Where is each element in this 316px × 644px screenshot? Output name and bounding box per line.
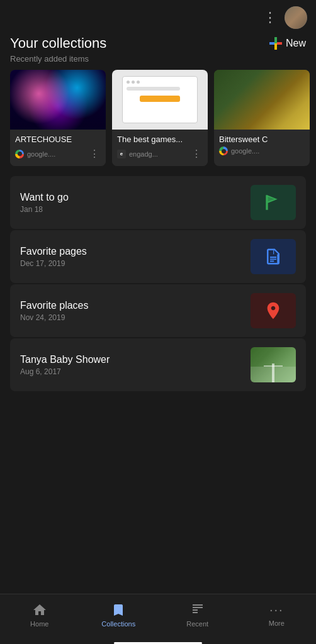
collection-name-pages: Favorite pages — [20, 246, 87, 257]
card-image-artechouse — [10, 70, 106, 130]
card-source-games: e engadg... — [117, 150, 158, 158]
collection-want-to-go[interactable]: Want to go Jan 18 — [10, 176, 306, 229]
overflow-menu-button[interactable]: ⋮ — [263, 9, 278, 26]
card-source-artechouse: google.... — [15, 150, 55, 158]
collections-icon — [111, 602, 126, 618]
collection-tanya-baby-shower[interactable]: Tanya Baby Shower Aug 6, 2017 — [10, 338, 306, 391]
collection-list: Want to go Jan 18 Favorite pages Dec 17,… — [0, 176, 316, 391]
home-icon — [32, 602, 47, 618]
collection-thumb-places — [251, 293, 296, 328]
plus-icon — [269, 37, 282, 50]
recent-icon — [190, 602, 205, 618]
card-best-games[interactable]: The best games... e engadg... ⋮ — [112, 70, 208, 166]
card-bittersweet[interactable]: Bittersweet C google.... — [214, 70, 310, 166]
collection-info-want: Want to go Jan 18 — [20, 192, 69, 214]
card-image-bittersweet — [214, 70, 310, 130]
subtitle: Recently added items — [0, 53, 316, 70]
collection-name-places: Favorite places — [20, 300, 89, 311]
browser-mock — [122, 76, 198, 123]
pages-icon — [264, 247, 283, 266]
card-source-bittersweet: google.... — [219, 147, 259, 155]
nav-more-label: More — [269, 619, 285, 627]
collection-name-want: Want to go — [20, 192, 69, 203]
card-artechouse[interactable]: ARTECHOUSE google.... ⋮ — [10, 70, 106, 166]
collection-date-places: Nov 24, 2019 — [20, 313, 89, 322]
collection-date-pages: Dec 17, 2019 — [20, 259, 87, 268]
collection-thumb-want — [251, 185, 296, 220]
card-image-games — [112, 70, 208, 130]
avatar[interactable] — [285, 6, 307, 29]
nav-recent-label: Recent — [186, 620, 208, 628]
nav-collections[interactable]: Collections — [79, 602, 159, 628]
title-section: Your collections New — [0, 33, 316, 53]
page-title: Your collections — [10, 35, 106, 52]
flag-icon — [263, 192, 283, 213]
collection-info-places: Favorite places Nov 24, 2019 — [20, 300, 89, 322]
nav-more[interactable]: ··· More — [237, 602, 317, 627]
collection-favorite-places[interactable]: Favorite places Nov 24, 2019 — [10, 284, 306, 337]
engadget-icon: e — [117, 150, 126, 158]
new-label: New — [286, 38, 306, 49]
collection-name-baby-shower: Tanya Baby Shower — [20, 354, 110, 365]
card-title-artechouse: ARTECHOUSE — [15, 135, 101, 144]
collection-thumb-baby-shower — [251, 347, 296, 382]
nav-home[interactable]: Home — [0, 602, 79, 628]
collection-favorite-pages[interactable]: Favorite pages Dec 17, 2019 — [10, 230, 306, 283]
more-icon: ··· — [269, 602, 284, 617]
new-collection-button[interactable]: New — [269, 37, 306, 50]
collection-date-baby-shower: Aug 6, 2017 — [20, 367, 110, 376]
nav-recent[interactable]: Recent — [158, 602, 237, 628]
nav-collections-label: Collections — [101, 620, 135, 628]
bottom-nav: Home Collections Recent ··· More — [0, 594, 316, 644]
card-more-games[interactable]: ⋮ — [190, 147, 203, 161]
nav-home-label: Home — [30, 620, 48, 628]
recent-items-row: ARTECHOUSE google.... ⋮ — [0, 70, 316, 176]
google-icon — [15, 150, 24, 158]
collection-info-pages: Favorite pages Dec 17, 2019 — [20, 246, 87, 268]
header: ⋮ — [0, 0, 316, 33]
collection-thumb-pages — [251, 239, 296, 274]
google-icon-2 — [219, 147, 228, 155]
card-more-artechouse[interactable]: ⋮ — [88, 147, 101, 161]
collection-info-baby-shower: Tanya Baby Shower Aug 6, 2017 — [20, 354, 110, 376]
collection-date-want: Jan 18 — [20, 205, 69, 214]
card-title-best-games: The best games... — [117, 135, 203, 144]
location-icon — [263, 301, 283, 321]
card-title-bittersweet: Bittersweet C — [219, 135, 305, 144]
